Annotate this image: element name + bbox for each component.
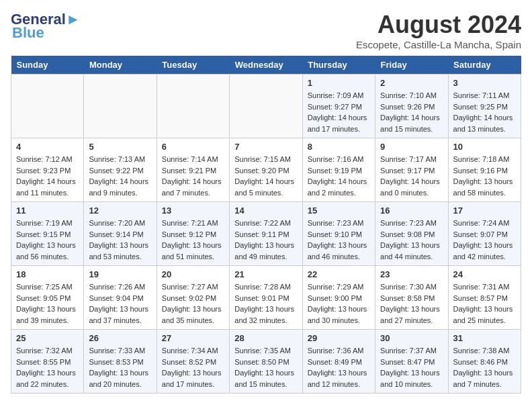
day-info: Sunrise: 7:29 AM Sunset: 9:00 PM Dayligh… bbox=[308, 281, 370, 326]
day-info: Sunrise: 7:26 AM Sunset: 9:04 PM Dayligh… bbox=[89, 281, 151, 326]
calendar-table: SundayMondayTuesdayWednesdayThursdayFrid… bbox=[11, 56, 521, 394]
calendar-cell: 19Sunrise: 7:26 AM Sunset: 9:04 PM Dayli… bbox=[84, 266, 157, 330]
calendar-cell: 23Sunrise: 7:30 AM Sunset: 8:58 PM Dayli… bbox=[375, 266, 448, 330]
title-block: August 2024 Escopete, Castille-La Mancha… bbox=[356, 11, 521, 50]
calendar-cell: 22Sunrise: 7:29 AM Sunset: 9:00 PM Dayli… bbox=[302, 266, 375, 330]
logo-blue: Blue bbox=[12, 24, 44, 42]
calendar-cell: 9Sunrise: 7:17 AM Sunset: 9:17 PM Daylig… bbox=[375, 138, 448, 202]
calendar-cell: 26Sunrise: 7:33 AM Sunset: 8:53 PM Dayli… bbox=[84, 330, 157, 394]
day-info: Sunrise: 7:33 AM Sunset: 8:53 PM Dayligh… bbox=[89, 345, 151, 390]
calendar-cell: 8Sunrise: 7:16 AM Sunset: 9:19 PM Daylig… bbox=[302, 138, 375, 202]
day-info: Sunrise: 7:13 AM Sunset: 9:22 PM Dayligh… bbox=[89, 154, 151, 198]
weekday-header-thursday: Thursday bbox=[302, 56, 375, 75]
calendar-cell: 3Sunrise: 7:11 AM Sunset: 9:25 PM Daylig… bbox=[448, 75, 521, 138]
day-number: 19 bbox=[89, 269, 151, 279]
day-info: Sunrise: 7:12 AM Sunset: 9:23 PM Dayligh… bbox=[16, 154, 79, 198]
day-info: Sunrise: 7:24 AM Sunset: 9:07 PM Dayligh… bbox=[453, 218, 516, 262]
day-info: Sunrise: 7:10 AM Sunset: 9:26 PM Dayligh… bbox=[380, 90, 443, 134]
calendar-cell: 17Sunrise: 7:24 AM Sunset: 9:07 PM Dayli… bbox=[448, 202, 521, 266]
day-number: 30 bbox=[380, 333, 443, 343]
day-number: 22 bbox=[308, 269, 370, 279]
calendar-cell: 29Sunrise: 7:36 AM Sunset: 8:49 PM Dayli… bbox=[302, 330, 375, 394]
day-number: 3 bbox=[453, 78, 516, 88]
day-number: 11 bbox=[16, 205, 79, 216]
calendar-cell: 30Sunrise: 7:37 AM Sunset: 8:47 PM Dayli… bbox=[375, 330, 448, 394]
weekday-header-monday: Monday bbox=[84, 56, 157, 75]
day-number: 15 bbox=[308, 205, 370, 216]
calendar-cell: 7Sunrise: 7:15 AM Sunset: 9:20 PM Daylig… bbox=[230, 138, 302, 202]
calendar-cell bbox=[84, 75, 157, 138]
day-number: 28 bbox=[234, 333, 297, 343]
calendar-cell: 10Sunrise: 7:18 AM Sunset: 9:16 PM Dayli… bbox=[448, 138, 521, 202]
day-info: Sunrise: 7:27 AM Sunset: 9:02 PM Dayligh… bbox=[162, 281, 224, 326]
weekday-header-row: SundayMondayTuesdayWednesdayThursdayFrid… bbox=[11, 56, 521, 75]
day-info: Sunrise: 7:09 AM Sunset: 9:27 PM Dayligh… bbox=[308, 90, 370, 134]
day-number: 23 bbox=[380, 269, 443, 279]
calendar-cell bbox=[157, 75, 229, 138]
calendar-header: SundayMondayTuesdayWednesdayThursdayFrid… bbox=[11, 56, 521, 75]
weekday-header-tuesday: Tuesday bbox=[157, 56, 229, 75]
calendar-cell: 13Sunrise: 7:21 AM Sunset: 9:12 PM Dayli… bbox=[157, 202, 229, 266]
calendar-cell: 6Sunrise: 7:14 AM Sunset: 9:21 PM Daylig… bbox=[157, 138, 229, 202]
calendar-cell: 28Sunrise: 7:35 AM Sunset: 8:50 PM Dayli… bbox=[230, 330, 302, 394]
day-number: 10 bbox=[453, 142, 516, 152]
day-number: 29 bbox=[308, 333, 370, 343]
day-number: 21 bbox=[234, 269, 297, 279]
day-info: Sunrise: 7:25 AM Sunset: 9:05 PM Dayligh… bbox=[16, 281, 79, 326]
day-number: 6 bbox=[162, 142, 224, 152]
day-info: Sunrise: 7:35 AM Sunset: 8:50 PM Dayligh… bbox=[234, 345, 297, 390]
calendar-cell: 18Sunrise: 7:25 AM Sunset: 9:05 PM Dayli… bbox=[11, 266, 84, 330]
calendar-cell: 20Sunrise: 7:27 AM Sunset: 9:02 PM Dayli… bbox=[157, 266, 229, 330]
calendar-week-3: 11Sunrise: 7:19 AM Sunset: 9:15 PM Dayli… bbox=[11, 202, 521, 266]
calendar-cell: 2Sunrise: 7:10 AM Sunset: 9:26 PM Daylig… bbox=[375, 75, 448, 138]
day-number: 24 bbox=[453, 269, 516, 279]
day-info: Sunrise: 7:18 AM Sunset: 9:16 PM Dayligh… bbox=[453, 154, 516, 198]
day-info: Sunrise: 7:30 AM Sunset: 8:58 PM Dayligh… bbox=[380, 281, 443, 326]
weekday-header-sunday: Sunday bbox=[11, 56, 84, 75]
calendar-cell: 1Sunrise: 7:09 AM Sunset: 9:27 PM Daylig… bbox=[302, 75, 375, 138]
day-info: Sunrise: 7:19 AM Sunset: 9:15 PM Dayligh… bbox=[16, 218, 79, 262]
day-number: 20 bbox=[162, 269, 224, 279]
calendar-cell: 11Sunrise: 7:19 AM Sunset: 9:15 PM Dayli… bbox=[11, 202, 84, 266]
day-number: 7 bbox=[234, 142, 297, 152]
calendar-cell: 4Sunrise: 7:12 AM Sunset: 9:23 PM Daylig… bbox=[11, 138, 84, 202]
day-info: Sunrise: 7:32 AM Sunset: 8:55 PM Dayligh… bbox=[16, 345, 79, 390]
day-number: 31 bbox=[453, 333, 516, 343]
calendar-cell: 24Sunrise: 7:31 AM Sunset: 8:57 PM Dayli… bbox=[448, 266, 521, 330]
calendar-cell bbox=[230, 75, 302, 138]
day-number: 27 bbox=[162, 333, 224, 343]
day-info: Sunrise: 7:17 AM Sunset: 9:17 PM Dayligh… bbox=[380, 154, 443, 198]
day-info: Sunrise: 7:20 AM Sunset: 9:14 PM Dayligh… bbox=[89, 218, 151, 262]
day-number: 13 bbox=[162, 205, 224, 216]
calendar-week-5: 25Sunrise: 7:32 AM Sunset: 8:55 PM Dayli… bbox=[11, 330, 521, 394]
day-number: 8 bbox=[308, 142, 370, 152]
calendar-week-1: 1Sunrise: 7:09 AM Sunset: 9:27 PM Daylig… bbox=[11, 75, 521, 138]
weekday-header-friday: Friday bbox=[375, 56, 448, 75]
day-info: Sunrise: 7:22 AM Sunset: 9:11 PM Dayligh… bbox=[234, 218, 297, 262]
calendar-week-2: 4Sunrise: 7:12 AM Sunset: 9:23 PM Daylig… bbox=[11, 138, 521, 202]
calendar-body: 1Sunrise: 7:09 AM Sunset: 9:27 PM Daylig… bbox=[11, 75, 521, 394]
day-number: 4 bbox=[16, 142, 79, 152]
calendar-cell: 5Sunrise: 7:13 AM Sunset: 9:22 PM Daylig… bbox=[84, 138, 157, 202]
day-info: Sunrise: 7:31 AM Sunset: 8:57 PM Dayligh… bbox=[453, 281, 516, 326]
calendar-cell: 25Sunrise: 7:32 AM Sunset: 8:55 PM Dayli… bbox=[11, 330, 84, 394]
day-info: Sunrise: 7:28 AM Sunset: 9:01 PM Dayligh… bbox=[234, 281, 297, 326]
day-number: 14 bbox=[234, 205, 297, 216]
logo: General► Blue bbox=[11, 11, 81, 42]
day-number: 2 bbox=[380, 78, 443, 88]
location: Escopete, Castille-La Mancha, Spain bbox=[356, 39, 521, 50]
day-number: 5 bbox=[89, 142, 151, 152]
day-number: 1 bbox=[308, 78, 370, 88]
day-number: 26 bbox=[89, 333, 151, 343]
day-info: Sunrise: 7:37 AM Sunset: 8:47 PM Dayligh… bbox=[380, 345, 443, 390]
calendar-week-4: 18Sunrise: 7:25 AM Sunset: 9:05 PM Dayli… bbox=[11, 266, 521, 330]
day-number: 16 bbox=[380, 205, 443, 216]
calendar-cell: 14Sunrise: 7:22 AM Sunset: 9:11 PM Dayli… bbox=[230, 202, 302, 266]
day-info: Sunrise: 7:21 AM Sunset: 9:12 PM Dayligh… bbox=[162, 218, 224, 262]
page-header: General► Blue August 2024 Escopete, Cast… bbox=[11, 11, 521, 50]
day-number: 25 bbox=[16, 333, 79, 343]
weekday-header-saturday: Saturday bbox=[448, 56, 521, 75]
weekday-header-wednesday: Wednesday bbox=[230, 56, 302, 75]
calendar-cell bbox=[11, 75, 84, 138]
calendar-cell: 21Sunrise: 7:28 AM Sunset: 9:01 PM Dayli… bbox=[230, 266, 302, 330]
